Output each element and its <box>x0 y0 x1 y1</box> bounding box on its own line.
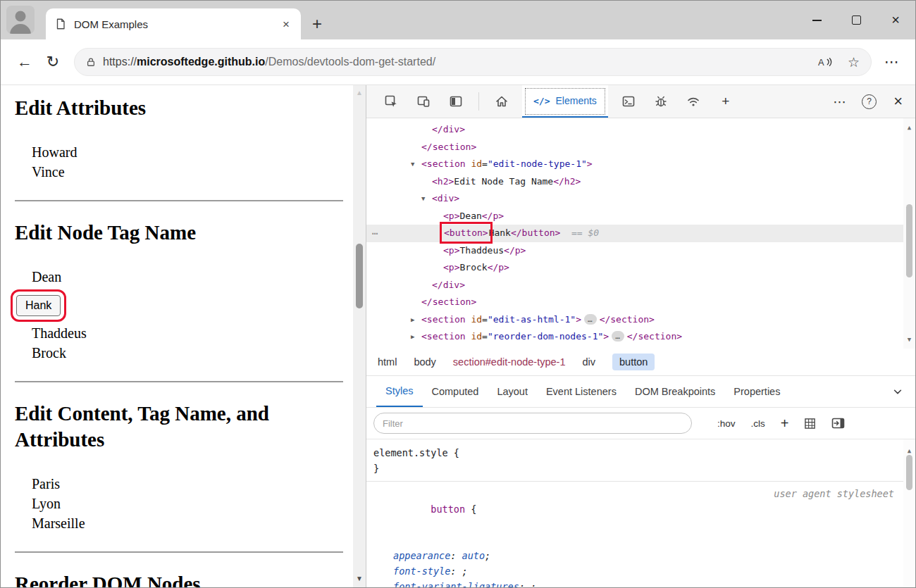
panel-tab-computed[interactable]: Computed <box>423 376 488 407</box>
breadcrumb-item-section-edit-node-type-1[interactable]: section#edit-node-type-1 <box>453 356 566 368</box>
css-declaration[interactable]: font-style: ; <box>373 563 915 579</box>
breadcrumb-item-div[interactable]: div <box>582 356 595 368</box>
devtools-close-button[interactable]: × <box>886 92 910 111</box>
dom-tree-row[interactable]: ⋯<button>Hank</button> == $0 <box>366 225 915 242</box>
console-button[interactable] <box>616 85 641 118</box>
styles-filter-input[interactable] <box>373 413 692 434</box>
dom-tree-row[interactable]: ▶<section id="edit-as-html-1">…</section… <box>366 311 915 329</box>
breadcrumb-item-body[interactable]: body <box>414 356 435 368</box>
browser-tab[interactable]: DOM Examples × <box>46 8 301 39</box>
dom-token: Brock <box>459 262 487 273</box>
panel-tab-event-listeners[interactable]: Event Listeners <box>537 376 626 407</box>
class-toggle[interactable]: .cls <box>751 418 765 429</box>
scroll-down-icon[interactable]: ▼ <box>353 575 366 582</box>
scrollbar-thumb[interactable] <box>906 455 912 490</box>
dom-token: </section> <box>421 142 476 152</box>
page-heading: Edit Attributes <box>15 95 343 121</box>
css-colon: : <box>519 581 531 587</box>
dom-tree-row[interactable]: <p>Dean</p> <box>366 208 915 225</box>
expand-arrow-icon[interactable]: ▶ <box>411 328 414 346</box>
tab-close-icon[interactable]: × <box>280 18 292 30</box>
home-button[interactable] <box>489 85 514 118</box>
activity-bar-button[interactable] <box>443 85 469 118</box>
dom-tree-row[interactable]: </div> <box>366 277 915 294</box>
css-declaration[interactable]: font-variant-ligatures: ; <box>373 579 915 587</box>
expand-arrow-icon[interactable]: ▼ <box>421 190 425 208</box>
ua-button-rule-header[interactable]: button { user agent stylesheet <box>373 486 915 548</box>
tab-elements[interactable]: </> Elements <box>522 85 608 118</box>
panel-tab-dom-breakpoints[interactable]: DOM Breakpoints <box>626 376 724 407</box>
browser-settings-menu-button[interactable]: ⋯ <box>879 54 905 70</box>
scrollbar-thumb[interactable] <box>906 204 912 277</box>
open-sidebar-button[interactable] <box>831 418 845 429</box>
network-button[interactable] <box>681 85 706 118</box>
new-tab-button[interactable]: + <box>312 15 322 32</box>
devtools-toolbar: </> Elements <box>366 85 915 118</box>
panel-tab-layout[interactable]: Layout <box>488 376 537 407</box>
help-button[interactable]: ? <box>862 94 877 109</box>
dom-tree-row[interactable]: </section> <box>366 294 915 311</box>
dom-token: </h2> <box>553 176 581 187</box>
expand-arrow-icon[interactable]: ▶ <box>411 311 414 329</box>
dom-scrollbar[interactable]: ▲ ▼ <box>903 118 915 349</box>
layout-grid-button[interactable] <box>804 418 816 430</box>
window-close-button[interactable]: × <box>876 1 915 39</box>
pseudo-state-toggle[interactable]: :hov <box>717 418 736 429</box>
dom-tree-row[interactable]: </div> <box>366 121 915 139</box>
new-style-rule-button[interactable]: + <box>781 416 789 430</box>
css-semicolon: ; <box>531 581 536 587</box>
dom-token: <p> <box>443 211 459 221</box>
styles-scrollbar[interactable]: ▲ <box>903 439 915 587</box>
dom-token: Edit Node Tag Name <box>454 176 553 187</box>
read-aloud-button[interactable]: A <box>818 56 834 68</box>
debugger-button[interactable] <box>648 85 674 118</box>
breadcrumb-item-html[interactable]: html <box>378 356 397 368</box>
element-style-rule[interactable]: element.style { <box>373 445 915 461</box>
row-more-icon[interactable]: ⋯ <box>372 225 378 242</box>
chevron-down-icon[interactable] <box>893 376 903 407</box>
dom-token: "reorder-dom-nodes-1" <box>488 331 603 342</box>
scrollbar-thumb[interactable] <box>356 244 363 308</box>
device-emulation-button[interactable] <box>411 85 436 118</box>
panel-tab-properties[interactable]: Properties <box>724 376 789 407</box>
dom-token: </div> <box>432 124 465 135</box>
dom-tree-row[interactable]: ▼<div> <box>366 190 915 208</box>
css-declaration[interactable]: appearance: auto; <box>373 548 915 563</box>
debugger-bug-icon <box>654 94 668 108</box>
maximize-button[interactable] <box>836 1 876 39</box>
minimize-button[interactable] <box>797 1 836 39</box>
page-button[interactable]: Hank <box>16 295 61 316</box>
dom-token: id <box>466 314 482 325</box>
page-heading: Reorder DOM Nodes <box>15 571 343 587</box>
dom-token: "edit-as-html-1" <box>488 314 576 325</box>
dom-token: Dean <box>459 211 481 221</box>
page-scrollbar[interactable]: ▲ ▼ <box>353 85 366 587</box>
dom-tree-row[interactable]: ▼<section id="edit-node-type-1"> <box>366 156 915 173</box>
dom-token: <div> <box>432 193 459 204</box>
scroll-up-icon[interactable]: ▲ <box>903 124 915 131</box>
expand-arrow-icon[interactable]: ▼ <box>411 156 414 173</box>
more-tools-button[interactable]: ⋯ <box>827 94 852 110</box>
address-bar[interactable]: https://microsoftedge.github.io/Demos/de… <box>74 48 872 76</box>
back-button[interactable]: ← <box>11 48 39 76</box>
toolbar-separator <box>478 92 479 111</box>
inspect-button[interactable] <box>378 85 404 118</box>
panel-tab-styles[interactable]: Styles <box>376 376 423 407</box>
scroll-up-icon[interactable]: ▲ <box>353 89 366 96</box>
activity-bar-icon <box>449 94 463 108</box>
dom-tree-row[interactable]: <p>Thaddeus</p> <box>366 242 915 260</box>
refresh-button[interactable]: ↻ <box>39 48 67 76</box>
css-property-name: font-variant-ligatures <box>393 581 519 587</box>
dom-tree-row[interactable]: ▶<section id="reorder-dom-nodes-1">…</se… <box>366 328 915 346</box>
favorite-star-button[interactable]: ☆ <box>848 54 860 70</box>
page-text-item: Howard <box>32 142 343 162</box>
dom-tree-row[interactable]: <p>Brock</p> <box>366 259 915 277</box>
dom-tree-row[interactable]: <h2>Edit Node Tag Name</h2> <box>366 173 915 191</box>
dom-token: = <box>482 314 488 325</box>
dom-tree-row[interactable]: </section> <box>366 139 915 156</box>
breadcrumb-item-button[interactable]: button <box>612 354 655 370</box>
profile-avatar[interactable] <box>6 6 35 34</box>
css-property-value: auto <box>462 550 485 561</box>
add-tool-button[interactable]: + <box>713 85 738 118</box>
scroll-down-icon[interactable]: ▼ <box>903 336 915 343</box>
